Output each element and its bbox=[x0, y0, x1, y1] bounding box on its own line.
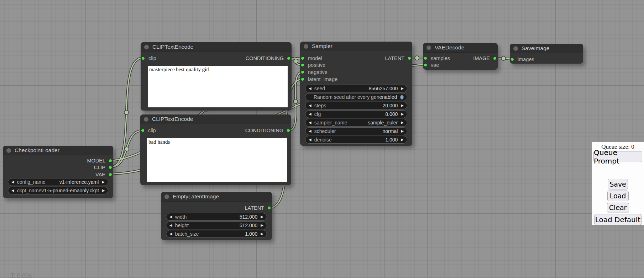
port-row: positive bbox=[300, 62, 412, 69]
widget-scheduler[interactable]: ◀ scheduler normal ▶ bbox=[305, 127, 407, 135]
input-label: samples bbox=[431, 55, 450, 61]
widget-height[interactable]: ◀ height 512.000 ▶ bbox=[166, 221, 267, 229]
port-row: samples IMAGE bbox=[423, 55, 498, 62]
clear-button[interactable]: Clear bbox=[607, 203, 629, 213]
node-title-bar[interactable]: VAEDecode bbox=[423, 43, 498, 53]
node-saveimage[interactable]: SaveImage images bbox=[510, 44, 583, 64]
collapse-dot-icon[interactable] bbox=[144, 45, 149, 49]
node-cliptextencode-positive[interactable]: CLIPTextEncode clip CONDITIONING bbox=[141, 42, 292, 111]
node-sampler[interactable]: Sampler model LATENT positive negative l… bbox=[300, 42, 412, 146]
collapse-dot-icon[interactable] bbox=[6, 148, 11, 153]
node-checkpointloader[interactable]: CheckpointLoader MODEL CLIP VAE ◀ config… bbox=[3, 146, 113, 198]
increment-arrow-icon[interactable]: ▶ bbox=[401, 87, 404, 90]
widget-value[interactable]: v1-5-pruned-emaonly.ckpt bbox=[41, 188, 99, 193]
output-port-clip[interactable] bbox=[109, 166, 112, 169]
decrement-arrow-icon[interactable]: ◀ bbox=[309, 129, 311, 133]
widget-cfg[interactable]: ◀ cfg 8.000 ▶ bbox=[305, 110, 407, 118]
widget-ckpt-name[interactable]: ◀ ckpt_name v1-5-pruned-emaonly.ckpt ▶ bbox=[8, 187, 108, 194]
decrement-arrow-icon[interactable]: ◀ bbox=[309, 138, 311, 141]
output-label: IMAGE bbox=[473, 55, 490, 61]
widget-value[interactable]: normal bbox=[383, 128, 398, 134]
negative-prompt-textarea[interactable] bbox=[147, 138, 287, 182]
widget-value[interactable]: 512.000 bbox=[240, 223, 258, 228]
output-port-latent[interactable] bbox=[267, 206, 271, 210]
input-port-images[interactable] bbox=[511, 58, 514, 61]
widget-value[interactable]: sample_euler bbox=[368, 120, 398, 125]
output-port-image[interactable] bbox=[493, 57, 497, 60]
input-port-negative[interactable] bbox=[301, 70, 304, 74]
increment-arrow-icon[interactable]: ▶ bbox=[261, 215, 263, 219]
widget-config-name[interactable]: ◀ config_name v1-inference.yaml ▶ bbox=[8, 178, 108, 186]
node-cliptextencode-negative[interactable]: CLIPTextEncode clip CONDITIONING bbox=[140, 114, 291, 185]
increment-arrow-icon[interactable]: ▶ bbox=[401, 104, 404, 107]
widget-sampler-name[interactable]: ◀ sampler_name sample_euler ▶ bbox=[305, 119, 407, 127]
decrement-arrow-icon[interactable]: ◀ bbox=[11, 180, 14, 184]
comfyui-canvas[interactable]: { "canvas": { "stats_text": "T: 0.00s" }… bbox=[0, 0, 644, 278]
widget-value[interactable]: 8.000 bbox=[385, 111, 398, 117]
input-port-latent-image[interactable] bbox=[301, 77, 304, 81]
save-button[interactable]: Save bbox=[608, 179, 628, 189]
collapse-dot-icon[interactable] bbox=[144, 117, 148, 122]
output-port-latent[interactable] bbox=[408, 57, 411, 60]
decrement-arrow-icon[interactable]: ◀ bbox=[169, 215, 172, 219]
increment-arrow-icon[interactable]: ▶ bbox=[401, 121, 404, 124]
node-vaedecode[interactable]: VAEDecode samples IMAGE vae bbox=[423, 43, 498, 70]
input-port-model[interactable] bbox=[301, 57, 304, 60]
output-port-conditioning[interactable] bbox=[287, 129, 290, 132]
decrement-arrow-icon[interactable]: ◀ bbox=[11, 189, 14, 192]
widget-denoise[interactable]: ◀ denoise 1.000 ▶ bbox=[305, 136, 407, 144]
widget-value[interactable]: 1.000 bbox=[245, 231, 257, 237]
decrement-arrow-icon[interactable]: ◀ bbox=[169, 224, 172, 227]
node-title-bar[interactable]: CheckpointLoader bbox=[3, 146, 113, 155]
toggle-on-icon[interactable] bbox=[400, 95, 404, 100]
collapse-dot-icon[interactable] bbox=[426, 46, 431, 50]
input-port-samples[interactable] bbox=[424, 57, 427, 60]
input-label: negative bbox=[308, 69, 328, 75]
input-port-clip[interactable] bbox=[141, 57, 145, 60]
queue-prompt-button[interactable]: Queue Prompt bbox=[593, 151, 642, 162]
increment-arrow-icon[interactable]: ▶ bbox=[401, 138, 404, 141]
input-port-positive[interactable] bbox=[301, 63, 304, 67]
increment-arrow-icon[interactable]: ▶ bbox=[401, 129, 404, 133]
port-row: vae bbox=[423, 62, 498, 69]
collapse-dot-icon[interactable] bbox=[304, 44, 308, 49]
input-port-clip[interactable] bbox=[141, 129, 145, 132]
widget-batch-size[interactable]: ◀ batch_size 1.000 ▶ bbox=[166, 230, 267, 238]
increment-arrow-icon[interactable]: ▶ bbox=[261, 224, 263, 227]
output-port-vae[interactable] bbox=[109, 173, 112, 176]
collapse-dot-icon[interactable] bbox=[513, 46, 518, 51]
widget-value[interactable]: 20.000 bbox=[382, 103, 398, 108]
increment-arrow-icon[interactable]: ▶ bbox=[261, 232, 263, 236]
load-default-button[interactable]: Load Default bbox=[594, 214, 642, 225]
collapse-dot-icon[interactable] bbox=[164, 194, 169, 199]
widget-value[interactable]: 8566257.000 bbox=[369, 86, 398, 91]
decrement-arrow-icon[interactable]: ◀ bbox=[309, 112, 311, 116]
decrement-arrow-icon[interactable]: ◀ bbox=[309, 121, 311, 124]
increment-arrow-icon[interactable]: ▶ bbox=[102, 180, 105, 184]
widget-seed[interactable]: ◀ seed 8566257.000 ▶ bbox=[305, 85, 407, 92]
node-title-bar[interactable]: CLIPTextEncode bbox=[141, 42, 292, 52]
widget-width[interactable]: ◀ width 512.000 ▶ bbox=[166, 213, 267, 221]
node-emptylatentimage[interactable]: EmptyLatentImage LATENT ◀ width 512.000 … bbox=[161, 192, 272, 240]
widget-value[interactable]: 1.000 bbox=[385, 137, 398, 143]
widget-steps[interactable]: ◀ steps 20.000 ▶ bbox=[305, 102, 407, 109]
increment-arrow-icon[interactable]: ▶ bbox=[401, 112, 404, 116]
widget-value[interactable]: v1-inference.yaml bbox=[59, 179, 99, 185]
decrement-arrow-icon[interactable]: ◀ bbox=[169, 232, 172, 236]
node-title-bar[interactable]: EmptyLatentImage bbox=[161, 192, 272, 202]
input-port-vae[interactable] bbox=[424, 63, 427, 67]
output-port-model[interactable] bbox=[109, 159, 112, 162]
widget-value[interactable]: 512.000 bbox=[240, 214, 258, 220]
node-title-bar[interactable]: CLIPTextEncode bbox=[140, 114, 291, 124]
output-port-conditioning[interactable] bbox=[287, 57, 290, 60]
increment-arrow-icon[interactable]: ▶ bbox=[102, 189, 105, 192]
load-button[interactable]: Load bbox=[607, 191, 629, 201]
node-title-bar[interactable]: Sampler bbox=[300, 42, 412, 51]
decrement-arrow-icon[interactable]: ◀ bbox=[309, 87, 311, 90]
widget-random-seed-toggle[interactable]: Random seed after every gen enabled bbox=[305, 93, 407, 101]
node-title-bar[interactable]: SaveImage bbox=[510, 44, 583, 53]
output-row-model: MODEL bbox=[3, 157, 113, 164]
positive-prompt-textarea[interactable] bbox=[148, 66, 288, 107]
comfy-menu-panel: Queue size: 0 Queue Prompt Save Load Cle… bbox=[592, 142, 644, 225]
decrement-arrow-icon[interactable]: ◀ bbox=[309, 104, 311, 107]
